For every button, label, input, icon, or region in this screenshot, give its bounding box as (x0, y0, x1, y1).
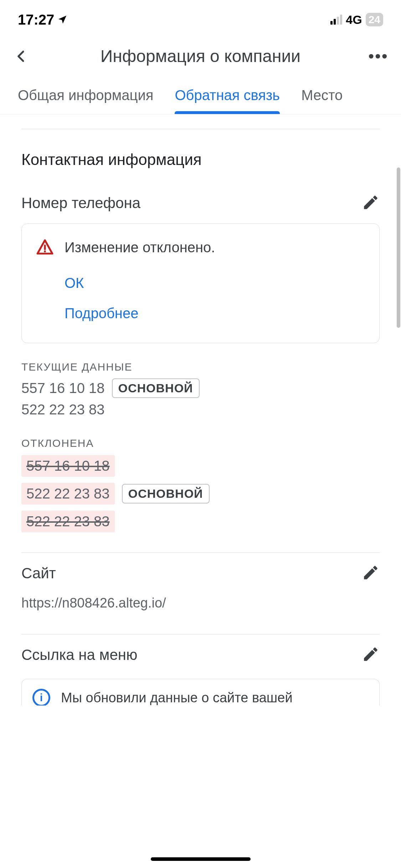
edit-menu-link-button[interactable] (362, 645, 380, 665)
content-area: Контактная информация Номер телефона Изм… (0, 129, 401, 706)
location-arrow-icon (57, 14, 68, 25)
current-secondary-row: 522 22 23 83 (21, 400, 380, 419)
edit-phone-button[interactable] (362, 193, 380, 213)
current-data-label: ТЕКУЩИЕ ДАННЫЕ (21, 343, 380, 377)
rejected-row-1: 557 16 10 18 (21, 455, 115, 477)
tab-general[interactable]: Общая информация (18, 80, 153, 114)
alert-more-button[interactable]: Подробнее (65, 298, 369, 329)
website-field-label: Сайт (21, 565, 56, 582)
network-label: 4G (346, 13, 362, 27)
rejected-row-2: 522 22 23 83 ОСНОВНОЙ (21, 479, 380, 508)
menu-link-field-row: Ссылка на меню (21, 635, 380, 672)
more-horizontal-icon (369, 53, 387, 60)
rejected-primary-badge: ОСНОВНОЙ (122, 484, 210, 503)
status-time: 17:27 (18, 12, 54, 28)
more-button[interactable] (365, 53, 387, 60)
svg-point-4 (44, 250, 46, 252)
website-field-row: Сайт (21, 553, 380, 590)
rejected-phone-2-wrap: 522 22 23 83 (21, 483, 115, 505)
pencil-icon (362, 645, 380, 663)
website-url: https://n808426.alteg.io/ (21, 590, 380, 616)
warning-triangle-icon (36, 238, 54, 256)
svg-point-1 (376, 54, 380, 58)
current-secondary-phone: 522 22 23 83 (21, 402, 105, 418)
menu-info-text: Мы обновили данные о сайте вашей (61, 690, 293, 706)
current-primary-row: 557 16 10 18 ОСНОВНОЙ (21, 377, 380, 400)
status-right-group: 4G 24 (330, 13, 383, 27)
warning-icon-wrap (32, 238, 54, 257)
home-indicator[interactable] (151, 857, 251, 861)
current-primary-phone: 557 16 10 18 (21, 380, 105, 396)
rejected-label: ОТКЛОНЕНА (21, 419, 380, 453)
primary-badge: ОСНОВНОЙ (112, 378, 200, 398)
section-title: Контактная информация (21, 129, 380, 183)
pencil-icon (362, 564, 380, 582)
rejected-phone-1: 557 16 10 18 (26, 458, 110, 474)
signal-icon (330, 15, 342, 25)
pencil-icon (362, 193, 380, 211)
phone-field-label: Номер телефона (21, 195, 140, 212)
battery-level: 24 (369, 14, 380, 26)
status-time-group: 17:27 (18, 12, 68, 28)
rejection-alert: Изменение отклонено. ОК Подробнее (21, 223, 380, 343)
alert-ok-button[interactable]: ОК (65, 268, 369, 298)
svg-point-2 (382, 54, 387, 58)
info-icon: i (32, 689, 50, 706)
svg-point-0 (369, 54, 374, 58)
status-bar: 17:27 4G 24 (0, 0, 401, 36)
alert-message: Изменение отклонено. (65, 238, 215, 255)
back-button[interactable] (14, 47, 36, 65)
tab-bar: Общая информация Обратная связь Место (0, 80, 401, 114)
battery-icon: 24 (366, 13, 383, 26)
edit-website-button[interactable] (362, 564, 380, 583)
phone-field-row: Номер телефона (21, 183, 380, 220)
app-header: Информация о компании (0, 36, 401, 80)
chevron-left-icon (14, 47, 29, 65)
rejected-phone-2: 522 22 23 83 (26, 486, 110, 501)
menu-link-field-label: Ссылка на меню (21, 646, 138, 663)
rejected-row-3: 522 22 23 83 (21, 511, 115, 532)
rejected-phone-3: 522 22 23 83 (26, 513, 110, 529)
tab-location[interactable]: Место (301, 80, 343, 114)
tab-feedback[interactable]: Обратная связь (175, 80, 280, 114)
page-title: Информация о компании (36, 46, 365, 66)
menu-info-box: i Мы обновили данные о сайте вашей (21, 679, 380, 706)
scrollbar[interactable] (397, 167, 400, 328)
